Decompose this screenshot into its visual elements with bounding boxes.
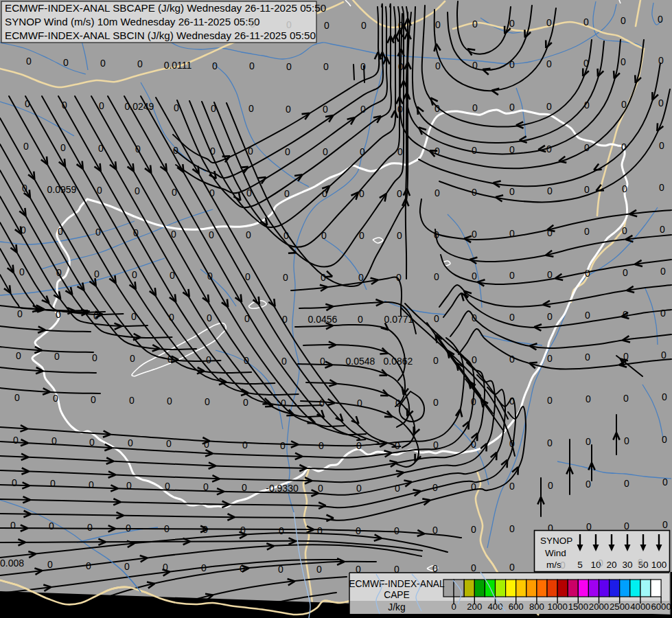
svg-text:SYNOP: SYNOP [540,536,572,546]
svg-text:0: 0 [93,310,99,321]
svg-text:0: 0 [171,229,176,240]
svg-text:0: 0 [621,141,627,152]
svg-text:0: 0 [49,520,54,531]
svg-text:0: 0 [60,142,66,153]
svg-text:0: 0 [246,187,252,198]
svg-text:0: 0 [94,268,100,279]
svg-text:0: 0 [209,187,215,198]
svg-text:0: 0 [245,271,251,282]
svg-text:0: 0 [201,562,207,573]
svg-text:0: 0 [321,230,327,241]
svg-text:0: 0 [585,268,590,279]
svg-text:0: 0 [472,60,478,71]
svg-text:0: 0 [658,55,664,66]
svg-text:600: 600 [509,602,524,612]
svg-text:0: 0 [358,314,363,325]
svg-text:0: 0 [547,227,553,238]
svg-text:0: 0 [62,100,67,111]
svg-text:0: 0 [658,14,663,25]
svg-text:0: 0 [395,440,400,451]
svg-text:0: 0 [98,143,104,154]
svg-text:0: 0 [135,144,141,154]
svg-text:0: 0 [19,266,25,277]
svg-text:0: 0 [471,562,476,573]
svg-text:0: 0 [598,558,603,569]
svg-text:0: 0 [435,187,440,198]
svg-text:0: 0 [584,100,590,111]
svg-text:0: 0 [100,58,106,69]
svg-text:0: 0 [547,353,553,364]
svg-text:0: 0 [89,479,94,490]
svg-text:0: 0 [242,439,248,450]
svg-text:0: 0 [584,226,590,237]
svg-text:0: 0 [396,272,402,283]
svg-text:0: 0 [660,224,665,235]
svg-text:0: 0 [243,397,248,408]
svg-text:Wind: Wind [545,548,566,558]
svg-text:0: 0 [51,435,57,446]
svg-text:0: 0 [509,523,515,534]
svg-text:0: 0 [509,186,515,197]
svg-text:0: 0 [585,310,590,321]
svg-text:0: 0 [322,188,327,199]
svg-text:0: 0 [586,393,591,404]
svg-text:J/kg: J/kg [388,602,405,613]
svg-text:0: 0 [472,102,478,113]
svg-text:0: 0 [624,478,629,489]
svg-text:0: 0 [472,271,477,282]
svg-text:0: 0 [126,523,131,534]
svg-text:0: 0 [279,525,284,536]
svg-text:0: 0 [624,520,629,531]
svg-text:0: 0 [317,525,323,536]
svg-text:0: 0 [246,229,251,240]
svg-text:0.0548: 0.0548 [346,356,375,367]
svg-text:0: 0 [135,185,140,196]
svg-text:0: 0 [250,19,255,30]
svg-text:0: 0 [128,437,133,448]
svg-text:0: 0 [54,351,60,362]
svg-text:0: 0 [509,59,515,70]
svg-text:0: 0 [130,353,135,364]
svg-text:0: 0 [167,396,172,407]
svg-text:100: 100 [651,560,667,570]
svg-text:0: 0 [165,481,170,492]
svg-text:0: 0 [248,146,253,157]
svg-text:0: 0 [22,183,27,194]
svg-text:0: 0 [509,228,515,239]
svg-text:0: 0 [281,398,286,409]
svg-text:0: 0 [361,20,367,31]
svg-text:0: 0 [205,396,210,407]
svg-text:0: 0 [63,57,69,68]
svg-text:ECMWF-INDEX-ANAL SBCAPE (J/kg): ECMWF-INDEX-ANAL SBCAPE (J/kg) Wednesday… [5,2,326,14]
svg-text:0: 0 [546,58,552,69]
svg-text:0: 0 [621,15,626,26]
svg-text:0: 0 [509,18,515,29]
svg-text:0: 0 [87,522,93,533]
svg-text:0: 0 [472,145,477,156]
svg-text:0: 0 [324,20,329,31]
svg-text:0: 0 [356,483,362,494]
svg-text:0: 0 [242,482,247,493]
svg-text:0: 0 [434,313,439,324]
svg-text:0: 0 [547,269,553,280]
svg-text:0: 0 [50,478,56,489]
svg-text:0: 0 [240,525,246,536]
svg-text:0.008: 0.008 [0,558,24,569]
svg-text:0: 0 [435,103,440,114]
svg-text:0: 0 [397,146,403,157]
svg-text:0: 0 [210,146,216,157]
svg-text:0: 0 [398,61,404,72]
svg-text:ECMWF-INDEX-ANAL: ECMWF-INDEX-ANAL [349,579,445,589]
svg-text:0: 0 [547,437,553,448]
svg-text:0: 0 [662,519,668,530]
svg-text:0: 0 [471,396,476,407]
svg-text:0: 0 [318,440,324,451]
svg-text:0: 0 [286,104,291,115]
svg-text:0: 0 [207,312,212,323]
svg-text:SYNOP Wind (m/s) 10m Wednesday: SYNOP Wind (m/s) 10m Wednesday 26-11-202… [5,16,259,27]
svg-text:0: 0 [359,230,364,241]
svg-text:0: 0 [202,524,208,535]
svg-text:0: 0 [212,60,218,71]
svg-text:0: 0 [509,144,515,155]
svg-text:0: 0 [203,481,209,492]
